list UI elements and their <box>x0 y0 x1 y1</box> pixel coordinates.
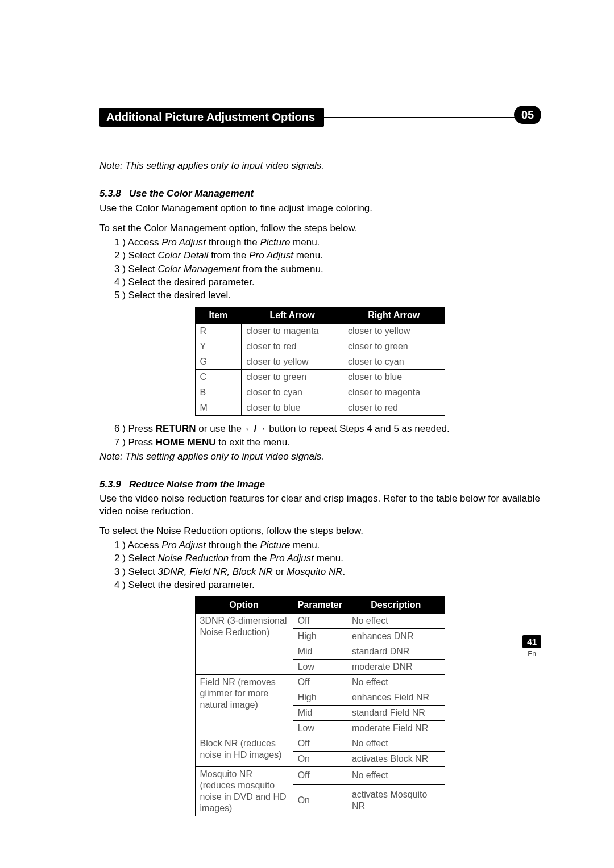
table-cell: No effect <box>347 614 445 629</box>
note-text: Note: This setting applies only to input… <box>99 160 540 172</box>
subsection-name: Reduce Noise from the Image <box>129 479 265 490</box>
home-menu-key: HOME MENU <box>156 437 216 448</box>
table-cell: standard DNR <box>347 644 445 660</box>
page: Additional Picture Adjustment Options 05… <box>0 0 614 868</box>
table-cell: closer to green <box>343 339 445 354</box>
table-cell: closer to cyan <box>343 354 445 370</box>
table-cell: No effect <box>347 675 445 690</box>
table-cell: M <box>195 400 242 416</box>
subsection-num: 5.3.8 <box>99 188 121 199</box>
step: Press HOME MENU to exit the menu. <box>114 436 540 448</box>
table-cell: Mid <box>293 644 347 660</box>
table-cell: On <box>293 784 347 816</box>
step: Select the desired parameter. <box>114 579 540 591</box>
table-cell: closer to magenta <box>242 324 343 339</box>
chapter-number-badge: 05 <box>514 106 541 124</box>
step: Access Pro Adjust through the Picture me… <box>114 236 540 248</box>
table-cell: High <box>293 690 347 706</box>
table-cell: Y <box>195 339 242 354</box>
content: Note: This setting applies only to input… <box>99 160 540 816</box>
section-title: Additional Picture Adjustment Options <box>99 108 324 127</box>
table-cell: standard Field NR <box>347 706 445 721</box>
table-cell: closer to yellow <box>242 354 343 370</box>
table-cell: activates Block NR <box>347 752 445 767</box>
table-row: Mosquito NR (reduces mosquito noise in D… <box>195 767 445 785</box>
return-key: RETURN <box>156 423 196 434</box>
table-cell: High <box>293 629 347 644</box>
table-row: Mcloser to bluecloser to red <box>195 400 445 416</box>
page-footer: 41 En <box>522 635 541 658</box>
table-cell: On <box>293 752 347 767</box>
table-cell: closer to cyan <box>242 385 343 400</box>
step: Select the desired parameter. <box>114 276 540 288</box>
step-list: Access Pro Adjust through the Picture me… <box>114 236 540 301</box>
step: Select Color Management from the submenu… <box>114 263 540 275</box>
table-cell: closer to red <box>343 400 445 416</box>
th-left-arrow: Left Arrow <box>242 307 343 324</box>
th-description: Description <box>347 597 445 614</box>
paragraph: To set the Color Management option, foll… <box>99 222 540 234</box>
table-row: Ycloser to redcloser to green <box>195 339 445 354</box>
step: Select Color Detail from the Pro Adjust … <box>114 249 540 261</box>
table-row: 3DNR (3-dimensional Noise Reduction)OffN… <box>195 614 445 629</box>
table-cell: closer to blue <box>343 370 445 385</box>
table-cell: 3DNR (3-dimensional Noise Reduction) <box>195 614 293 675</box>
paragraph: Use the video noise reduction features f… <box>99 493 540 517</box>
table-row: Gcloser to yellowcloser to cyan <box>195 354 445 370</box>
step: Access Pro Adjust through the Picture me… <box>114 539 540 551</box>
section-header: Additional Picture Adjustment Options <box>99 108 540 127</box>
th-right-arrow: Right Arrow <box>343 307 445 324</box>
step-list: Access Pro Adjust through the Picture me… <box>114 539 540 591</box>
table-cell: moderate Field NR <box>347 721 445 736</box>
table-cell: Field NR (removes glimmer for more natur… <box>195 675 293 736</box>
subsection-num: 5.3.9 <box>99 479 121 490</box>
page-number: 41 <box>522 635 541 648</box>
table-cell: closer to red <box>242 339 343 354</box>
table-row: Bcloser to cyancloser to magenta <box>195 385 445 400</box>
table-cell: R <box>195 324 242 339</box>
subsection-name: Use the Color Management <box>129 188 254 199</box>
step: Select 3DNR, Field NR, Block NR or Mosqu… <box>114 566 540 578</box>
table-cell: enhances Field NR <box>347 690 445 706</box>
th-parameter: Parameter <box>293 597 347 614</box>
table-cell: closer to blue <box>242 400 343 416</box>
table-cell: Mosquito NR (reduces mosquito noise in D… <box>195 767 293 816</box>
color-management-table: Item Left Arrow Right Arrow Rcloser to m… <box>195 307 445 416</box>
noise-reduction-table: Option Parameter Description 3DNR (3-dim… <box>195 596 445 816</box>
table-cell: closer to green <box>242 370 343 385</box>
th-item: Item <box>195 307 242 324</box>
table-cell: activates Mosquito NR <box>347 784 445 816</box>
subsection-heading-538: 5.3.8 Use the Color Management <box>99 187 540 199</box>
table-cell: Off <box>293 675 347 690</box>
th-option: Option <box>195 597 293 614</box>
subsection-heading-539: 5.3.9 Reduce Noise from the Image <box>99 478 540 490</box>
left-right-arrow-icon: ←/→ <box>244 423 267 434</box>
step: Select the desired level. <box>114 289 540 301</box>
paragraph: Use the Color Management option to fine … <box>99 202 540 214</box>
step: Select Noise Reduction from the Pro Adju… <box>114 552 540 564</box>
table-cell: Low <box>293 721 347 736</box>
table-row: Field NR (removes glimmer for more natur… <box>195 675 445 690</box>
header-rule <box>323 117 530 118</box>
table-cell: No effect <box>347 736 445 752</box>
table-cell: Off <box>293 614 347 629</box>
table-row: Ccloser to greencloser to blue <box>195 370 445 385</box>
step-list: Press RETURN or use the ←/→ button to re… <box>114 423 540 448</box>
table-cell: Mid <box>293 706 347 721</box>
step: Press RETURN or use the ←/→ button to re… <box>114 423 540 435</box>
page-lang: En <box>522 650 541 658</box>
paragraph: To select the Noise Reduction options, f… <box>99 525 540 537</box>
note-text: Note: This setting applies only to input… <box>99 450 540 462</box>
table-cell: B <box>195 385 242 400</box>
table-cell: enhances DNR <box>347 629 445 644</box>
table-cell: Block NR (reduces noise in HD images) <box>195 736 293 767</box>
table-cell: moderate DNR <box>347 660 445 675</box>
table-cell: C <box>195 370 242 385</box>
table-cell: Low <box>293 660 347 675</box>
table-cell: closer to yellow <box>343 324 445 339</box>
table-cell: G <box>195 354 242 370</box>
table-row: Rcloser to magentacloser to yellow <box>195 324 445 339</box>
table-row: Block NR (reduces noise in HD images)Off… <box>195 736 445 752</box>
table-cell: Off <box>293 736 347 752</box>
table-cell: No effect <box>347 767 445 785</box>
